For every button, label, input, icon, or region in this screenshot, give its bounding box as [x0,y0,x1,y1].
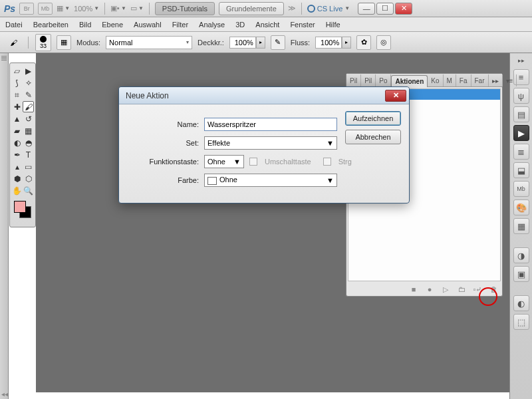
menu-bearbeiten[interactable]: Bearbeiten [33,21,68,29]
cs-live-button[interactable]: CS Live ▼ [307,5,350,13]
stamp-tool[interactable]: ▲ [11,113,23,125]
menu-hilfe[interactable]: Hilfe [326,21,340,29]
channels-panel-icon[interactable]: ▣ [513,266,529,282]
info-panel-icon[interactable]: ⬚ [513,314,529,330]
healing-tool[interactable]: ✚ [11,101,23,113]
history-brush-tool[interactable]: ↺ [23,113,34,125]
shape-tool[interactable]: ▭ [23,161,34,173]
arrange-dropdown[interactable]: ▣▪ ▼ [110,4,126,13]
fg-color-swatch[interactable] [14,201,26,213]
tablet-opacity-icon[interactable]: ✎ [271,35,285,50]
panel-tab[interactable]: Pil [361,74,376,86]
left-collapse-icon[interactable]: ◂◂ [0,389,9,399]
dialog-close-button[interactable]: ✕ [385,90,406,102]
new-action-icon[interactable]: ▫⤶ [473,285,482,294]
workspace-tab-psd-tutorials[interactable]: PSD-Tutorials [155,2,215,15]
3d-camera-tool[interactable]: ⬡ [23,173,34,185]
close-button[interactable]: ✕ [395,3,412,15]
blur-tool[interactable]: ◐ [11,137,23,149]
menu-analyse[interactable]: Analyse [199,21,225,29]
menu-bild[interactable]: Bild [79,21,91,29]
menu-ebene[interactable]: Ebene [102,21,123,29]
panel-more-tabs-icon[interactable]: ▸▸ [489,74,503,86]
screen-mode-dropdown[interactable]: ▭ ▼ [130,4,144,13]
eraser-tool[interactable]: ▰ [11,125,23,137]
panel-tab[interactable]: M [444,74,456,86]
view-extras-dropdown[interactable]: ▦ ▼ [57,4,70,13]
play-icon[interactable]: ▷ [441,285,450,294]
color-swatches[interactable] [14,201,31,221]
menu-auswahl[interactable]: Auswahl [134,21,162,29]
panel-tab-aktionen[interactable]: Aktionen [391,75,428,87]
record-icon[interactable]: ● [425,285,434,294]
name-input[interactable] [204,118,337,131]
move-tool[interactable]: ▱ [11,65,23,77]
new-set-icon[interactable]: 🗀 [457,285,466,294]
panel-tab[interactable]: Po [376,74,391,86]
stop-icon[interactable]: ■ [409,285,418,294]
zoom-dropdown[interactable]: 100% ▼ [74,5,99,13]
panel-tab[interactable]: Fa [456,74,471,86]
gradient-tool[interactable]: ▦ [23,125,34,137]
menu-3d[interactable]: 3D [235,21,245,29]
panel-tab[interactable]: Ko [428,74,443,86]
path-select-tool[interactable]: ▴ [11,161,23,173]
eyedropper-tool[interactable]: ✎ [23,89,34,101]
dialog-titlebar[interactable]: Neue Aktion ✕ [119,87,409,104]
menu-ansicht[interactable]: Ansicht [255,21,279,29]
menu-fenster[interactable]: Fenster [290,21,315,29]
more-workspaces-icon[interactable]: ≫ [288,4,296,13]
minimize-button[interactable]: — [358,3,375,15]
lasso-tool[interactable]: ⟆ [11,77,23,89]
mb-panel-icon[interactable]: Mb [513,181,529,197]
character-panel-icon[interactable]: ≣ [513,144,529,160]
color-panel-icon[interactable]: 🎨 [513,200,529,215]
brush-panel-toggle-icon[interactable]: ▦ [57,35,71,50]
brush-tool-icon[interactable]: 🖌 [5,35,21,51]
pen-tool[interactable]: ✒ [11,149,23,161]
zoom-tool[interactable]: 🔍 [23,185,34,197]
minibridge-icon[interactable]: Mb [38,3,53,15]
3d-tool[interactable]: ⬢ [11,173,23,185]
type-tool[interactable]: T [23,149,34,161]
deckkr-flyout-icon[interactable]: ▸ [256,37,265,49]
panel-menu-icon[interactable]: ▾≡ [503,74,517,86]
record-button[interactable]: Aufzeichnen [345,111,401,126]
workspace-tab-grundelemente[interactable]: Grundelemente [219,2,284,15]
maximize-button[interactable]: ☐ [376,3,394,15]
actions-panel-icon[interactable]: ▶ [513,125,529,141]
deckkr-input[interactable]: 100% [229,37,256,49]
farbe-select[interactable]: Ohne▼ [204,174,337,187]
menu-datei[interactable]: Datei [5,21,23,29]
menu-filter[interactable]: Filter [172,21,188,29]
trash-icon[interactable]: 🗑 [489,285,498,294]
brush-preset-picker[interactable]: 33 [35,34,51,51]
fkey-select[interactable]: Ohne▼ [204,155,244,168]
layers-panel-icon[interactable]: ◑ [513,247,529,263]
dodge-tool[interactable]: ◓ [23,137,34,149]
cancel-button[interactable]: Abbrechen [345,130,401,144]
panel-tab[interactable]: Pil [346,74,361,86]
brush-dot-icon [40,36,47,43]
bridge-icon[interactable]: Br [19,3,34,15]
panel-tab[interactable]: Far [471,74,489,86]
brush-tool[interactable]: 🖌 [23,101,34,112]
modus-select[interactable]: Normal▾ [106,36,192,49]
tablet-size-icon[interactable]: ◎ [376,35,391,50]
properties-panel-icon[interactable]: ▤ [513,106,529,122]
adjustments-panel-icon[interactable]: ψ [513,88,529,104]
wand-tool[interactable]: ✧ [23,77,34,89]
airbrush-icon[interactable]: ✿ [356,35,371,50]
styles-panel-icon[interactable]: ⬓ [513,162,529,178]
set-select[interactable]: Effekte▼ [204,136,337,150]
crop-tool[interactable]: ⌗ [11,89,23,101]
fluss-flyout-icon[interactable]: ▸ [342,37,351,49]
menu-bar: Datei Bearbeiten Bild Ebene Auswahl Filt… [0,17,532,32]
collapse-dock-icon[interactable]: ▸▸ [518,57,525,64]
hand-tool[interactable]: ✋ [11,185,23,197]
paths-panel-icon[interactable]: ◐ [513,295,529,311]
marquee-tool[interactable]: ▶ [23,65,34,77]
fluss-input[interactable]: 100% [315,37,342,49]
swatches-panel-icon[interactable]: ▦ [513,218,529,234]
brush-size-value: 33 [40,43,47,49]
